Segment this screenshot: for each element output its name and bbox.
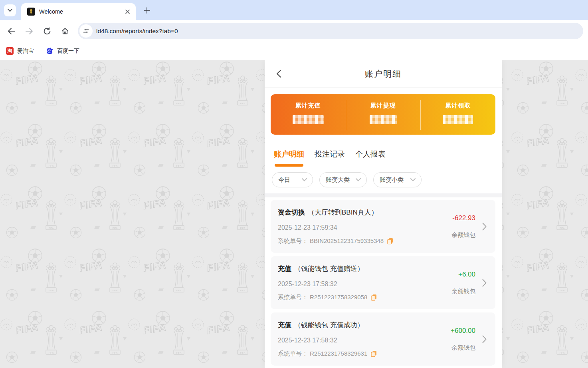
transaction-amount-block: +600.00 余额钱包 <box>451 327 475 352</box>
transaction-type: 充值 <box>278 321 291 329</box>
report-tabs: 账户明细 投注记录 个人报表 <box>265 135 502 167</box>
tab-personal-report[interactable]: 个人报表 <box>355 149 386 167</box>
masked-value <box>443 115 473 124</box>
taobao-icon: 淘 <box>6 47 14 55</box>
order-number-value: R2512231758329058 <box>310 293 367 301</box>
order-number-label: 系统单号： <box>278 293 308 301</box>
panel-header: 账户明细 <box>265 60 502 88</box>
page-content: FIFA FIFA <box>0 60 588 368</box>
reload-icon <box>43 27 51 35</box>
section-separator <box>265 193 502 197</box>
tune-icon <box>83 28 89 34</box>
chevron-left-icon <box>276 70 281 78</box>
transaction-type: 资金切换 <box>278 209 305 216</box>
copy-order-button[interactable] <box>371 294 377 301</box>
filter-minor-category-dropdown[interactable]: 账变小类 <box>373 172 422 187</box>
address-bar[interactable]: ld48.com/reports/index?tab=0 <box>78 23 583 39</box>
svg-text:du: du <box>48 51 51 54</box>
filters-row: 今日 账变大类 账变小类 <box>265 167 502 193</box>
copy-icon <box>371 294 377 301</box>
copy-icon <box>387 238 393 245</box>
transaction-title: 充值（钱能钱包 充值成功） <box>278 320 447 330</box>
copy-order-button[interactable] <box>371 350 377 357</box>
back-chevron-button[interactable] <box>276 70 281 79</box>
forward-arrow-icon <box>25 28 34 35</box>
transaction-order-row: 系统单号： BBIN202512231759335348 <box>278 237 447 245</box>
chevron-down-icon <box>410 178 416 181</box>
baidu-paw-icon: du <box>46 47 53 55</box>
copy-icon <box>371 350 377 357</box>
stat-total-withdraw: 累计提现 <box>346 94 421 135</box>
transaction-time: 2025-12-23 17:58:32 <box>278 336 447 344</box>
transaction-amount-block: +6.00 余额钱包 <box>451 271 475 295</box>
transaction-detail: （大厅转到BBIN真人） <box>308 209 378 216</box>
totals-card: 累计充值 累计提现 累计领取 <box>271 94 495 135</box>
site-settings-chip[interactable] <box>79 24 93 38</box>
transaction-card[interactable]: 资金切换（大厅转到BBIN真人） 2025-12-23 17:59:34 系统单… <box>271 200 495 253</box>
transaction-wallet: 余额钱包 <box>451 288 475 295</box>
transaction-order-row: 系统单号： R2512231758329631 <box>278 350 447 358</box>
new-tab-button[interactable] <box>142 5 152 16</box>
transaction-wallet: 余额钱包 <box>451 344 475 352</box>
transaction-amount: -622.93 <box>452 214 475 222</box>
bookmark-baidu[interactable]: du 百度一下 <box>46 47 79 55</box>
transaction-detail: （钱能钱包 充值赠送） <box>294 265 364 273</box>
bookmark-label: 百度一下 <box>57 48 79 55</box>
close-icon <box>125 10 130 14</box>
stat-total-claimed: 累计领取 <box>420 94 495 135</box>
transaction-title: 充值（钱能钱包 充值赠送） <box>278 264 447 273</box>
filter-major-category-dropdown[interactable]: 账变大类 <box>319 172 367 187</box>
tab-search-button[interactable] <box>4 4 16 16</box>
order-number-value: R2512231758329631 <box>310 350 367 358</box>
page-title: 账户明细 <box>365 68 402 80</box>
transaction-detail: （钱能钱包 充值成功） <box>294 321 364 329</box>
browser-toolbar: ld48.com/reports/index?tab=0 <box>0 20 588 42</box>
chevron-down-icon <box>302 178 307 181</box>
tab-account-detail[interactable]: 账户明细 <box>274 149 304 167</box>
chevron-down-icon <box>356 178 361 181</box>
reload-button[interactable] <box>40 24 54 38</box>
transaction-amount: +600.00 <box>451 327 475 335</box>
transaction-wallet: 余额钱包 <box>451 231 475 239</box>
tab-title: Welcome <box>39 8 123 15</box>
chevron-right-icon <box>482 279 487 287</box>
order-number-label: 系统单号： <box>278 237 308 245</box>
bookmarks-bar: 淘 爱淘宝 du 百度一下 <box>0 42 588 60</box>
home-icon <box>61 27 69 35</box>
back-arrow-icon <box>7 28 16 35</box>
transaction-card[interactable]: 充值（钱能钱包 充值赠送） 2025-12-23 17:58:32 系统单号： … <box>271 256 495 309</box>
home-button[interactable] <box>58 24 72 38</box>
plus-icon <box>144 7 150 14</box>
filter-date-dropdown[interactable]: 今日 <box>272 172 313 187</box>
transaction-title: 资金切换（大厅转到BBIN真人） <box>278 208 447 217</box>
transaction-order-row: 系统单号： R2512231758329058 <box>278 293 447 301</box>
tab-welcome[interactable]: Welcome <box>21 3 136 20</box>
forward-button[interactable] <box>22 24 36 38</box>
back-button[interactable] <box>4 24 18 38</box>
bookmark-label: 爱淘宝 <box>17 48 34 55</box>
chevron-right-icon <box>482 335 487 343</box>
order-number-value: BBIN202512231759335348 <box>310 237 384 245</box>
tab-close-button[interactable] <box>123 7 132 16</box>
transaction-card[interactable]: 充值（钱能钱包 充值成功） 2025-12-23 17:58:32 系统单号： … <box>271 312 495 366</box>
site-favicon-icon <box>27 8 35 16</box>
active-tab-underline <box>275 164 303 167</box>
tab-strip: Welcome <box>0 0 588 20</box>
url-text[interactable]: ld48.com/reports/index?tab=0 <box>96 28 178 35</box>
transaction-amount: +6.00 <box>458 271 475 278</box>
copy-order-button[interactable] <box>387 238 393 245</box>
order-number-label: 系统单号： <box>278 350 308 358</box>
chevron-right-icon <box>482 223 487 231</box>
account-detail-panel: 账户明细 累计充值 累计提现 累计领取 账户明细 <box>265 60 502 368</box>
transaction-time: 2025-12-23 17:58:32 <box>278 280 447 288</box>
transaction-time: 2025-12-23 17:59:34 <box>278 223 447 232</box>
transaction-type: 充值 <box>278 265 291 273</box>
browser-window: Welcome <box>0 0 588 368</box>
bookmark-aitaobao[interactable]: 淘 爱淘宝 <box>6 47 34 55</box>
stat-total-deposit: 累计充值 <box>271 94 346 135</box>
masked-value <box>293 115 324 124</box>
transaction-list: 资金切换（大厅转到BBIN真人） 2025-12-23 17:59:34 系统单… <box>265 197 502 368</box>
transaction-amount-block: -622.93 余额钱包 <box>451 214 475 239</box>
tab-bet-records[interactable]: 投注记录 <box>315 149 345 167</box>
chevron-down-icon <box>8 9 12 12</box>
